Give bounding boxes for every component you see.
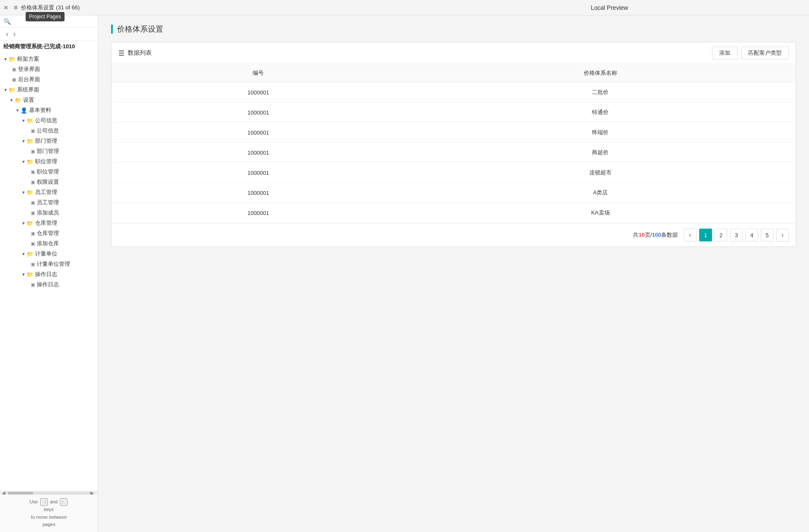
table-header-row: 编号 价格体系名称: [112, 64, 796, 82]
tree-item-登录界面[interactable]: ▣ 登录界面: [0, 64, 98, 74]
list-icon: ☰: [118, 49, 124, 57]
page-icon: ▣: [31, 169, 35, 175]
table-row[interactable]: 1000001 连锁超市: [112, 163, 796, 183]
tree-item-计量单位管理-page[interactable]: ▣ 计量单位管理: [0, 259, 98, 269]
tree-item-公司信息-group[interactable]: ▼ 📁 公司信息: [0, 115, 98, 126]
panel-title-text: 数据列表: [128, 49, 152, 57]
arrow-icon: ▼: [21, 190, 26, 195]
total-pages: 10: [638, 232, 644, 238]
page-title-bar: 价格体系设置: [111, 24, 796, 34]
total-records: 100: [652, 232, 661, 238]
tree-item-操作日志-group[interactable]: ▼ 📁 操作日志: [0, 269, 98, 279]
tree-item-设置[interactable]: ▼ 📁 设置: [0, 95, 98, 105]
col-header-id: 编号: [112, 64, 405, 82]
cell-id: 1000001: [112, 143, 405, 163]
cell-id: 1000001: [112, 82, 405, 103]
pagination-next[interactable]: ›: [776, 229, 789, 241]
page-icon: ▣: [31, 149, 35, 154]
tree-item-职位管理-group[interactable]: ▼ 📁 职位管理: [0, 156, 98, 167]
hscroll-thumb: [8, 492, 33, 494]
close-icon[interactable]: ✕: [3, 4, 10, 11]
page-btn-2[interactable]: 2: [715, 229, 727, 241]
hscroll-track: [8, 492, 90, 494]
data-panel: ☰ 数据列表 添加 匹配客户类型 编号 价格体系名称 1000001: [111, 42, 796, 247]
menu-icon: ≡: [14, 4, 18, 12]
data-table: 编号 价格体系名称 1000001 二批价 1000001 特通价 100000…: [112, 64, 796, 223]
data-panel-header: ☰ 数据列表 添加 匹配客户类型: [112, 42, 796, 64]
match-button[interactable]: 匹配客户类型: [741, 47, 789, 59]
page-btn-3[interactable]: 3: [730, 229, 743, 241]
cell-name: 二批价: [405, 82, 796, 103]
pagination-prev[interactable]: ‹: [684, 229, 697, 241]
tree-item-框架方案[interactable]: ▼ 📁 框架方案: [0, 54, 98, 64]
folder-icon-teal: 📁: [26, 159, 33, 165]
table-row[interactable]: 1000001 A类店: [112, 183, 796, 203]
page-icon: ▣: [12, 67, 16, 72]
tree-item-职位管理-page[interactable]: ▣ 职位管理: [0, 167, 98, 177]
cell-id: 1000001: [112, 183, 405, 203]
project-title: 经销商管理系统-已完成-1010: [0, 41, 98, 52]
hint-pages-text: pages: [43, 522, 56, 527]
table-row[interactable]: 1000001 终端价: [112, 123, 796, 143]
page-icon: ▣: [31, 210, 35, 216]
tree-item-添加成员-page[interactable]: ▣ 添加成员: [0, 208, 98, 218]
cell-name: 特通价: [405, 103, 796, 123]
arrow-icon: ▼: [21, 221, 26, 226]
tree-item-仓库管理-group[interactable]: ▼ 📁 仓库管理: [0, 218, 98, 228]
tree-item-权限设置-page[interactable]: ▣ 权限设置: [0, 177, 98, 187]
project-pages-tooltip: Project Pages: [26, 12, 65, 21]
page-btn-4[interactable]: 4: [745, 229, 758, 241]
add-button[interactable]: 添加: [712, 47, 738, 59]
tree-item-部门管理-page[interactable]: ▣ 部门管理: [0, 146, 98, 156]
tree-item-员工管理-group[interactable]: ▼ 📁 员工管理: [0, 187, 98, 197]
hint-move-text: to move between: [31, 514, 67, 520]
table-row[interactable]: 1000001 KA卖场: [112, 203, 796, 223]
folder-icon: 📁: [9, 56, 15, 62]
page-icon: ▣: [31, 200, 35, 206]
tree-item-添加仓库-page[interactable]: ▣ 添加仓库: [0, 238, 98, 249]
tree-item-系统界面[interactable]: ▼ 📁 系统界面: [0, 85, 98, 95]
tree-item-基本资料[interactable]: ▼ 👤 基本资料: [0, 105, 98, 115]
tree-item-员工管理-page[interactable]: ▣ 员工管理: [0, 197, 98, 208]
content-area: 价格体系设置 ☰ 数据列表 添加 匹配客户类型 编号 价格体系名称: [98, 15, 809, 532]
page-btn-1[interactable]: 1: [699, 229, 712, 241]
cell-name: 商超价: [405, 143, 796, 163]
folder-icon-teal: 📁: [26, 251, 33, 257]
page-title: 价格体系设置: [117, 24, 163, 34]
sidebar-next-button[interactable]: ›: [11, 29, 18, 39]
tree-item-操作日志-page[interactable]: ▣ 操作日志: [0, 279, 98, 290]
table-row[interactable]: 1000001 二批价: [112, 82, 796, 103]
tree-item-后台界面[interactable]: ▣ 后台界面: [0, 74, 98, 85]
table-row[interactable]: 1000001 特通价: [112, 103, 796, 123]
person-icon: 👤: [21, 107, 27, 114]
tree-item-仓库管理-page[interactable]: ▣ 仓库管理: [0, 228, 98, 238]
hint-prev-key: 〈: [40, 498, 48, 506]
tree-item-公司信息-page[interactable]: ▣ 公司信息: [0, 126, 98, 136]
page-icon: ▣: [31, 128, 35, 134]
sidebar: ‹ › 经销商管理系统-已完成-1010 ▼ 📁 框架方案 ▣ 登录界面 ▣ 后…: [0, 15, 98, 532]
page-btn-5[interactable]: 5: [761, 229, 774, 241]
cell-name: 连锁超市: [405, 163, 796, 183]
folder-icon-teal: 📁: [26, 118, 33, 124]
arrow-icon: ▼: [3, 88, 8, 92]
arrow-icon: ▼: [15, 108, 20, 113]
pagination-bar: 共10页/100条数据 ‹ 1 2 3 4 5 ›: [112, 223, 796, 247]
arrow-icon: ▼: [21, 252, 26, 256]
title-accent: [111, 24, 113, 34]
col-header-name: 价格体系名称: [405, 64, 796, 82]
tree-item-计量单位-group[interactable]: ▼ 📁 计量单位: [0, 249, 98, 259]
sidebar-prev-button[interactable]: ‹: [3, 29, 11, 39]
top-bar: ✕ ≡ 价格体系设置 (31 of 66) Project Pages Loca…: [0, 0, 809, 15]
cell-name: 终端价: [405, 123, 796, 143]
panel-actions: 添加 匹配客户类型: [712, 47, 789, 59]
tree-item-部门管理-group[interactable]: ▼ 📁 部门管理: [0, 136, 98, 146]
cell-id: 1000001: [112, 103, 405, 123]
arrow-icon: ▼: [21, 272, 26, 277]
folder-icon: 📁: [9, 87, 15, 93]
hint-and-text: and: [50, 499, 59, 504]
folder-icon-teal: 📁: [26, 220, 33, 226]
table-row[interactable]: 1000001 商超价: [112, 143, 796, 163]
arrow-icon: ▼: [9, 98, 14, 103]
page-icon: ▣: [31, 179, 35, 185]
cell-name: KA卖场: [405, 203, 796, 223]
